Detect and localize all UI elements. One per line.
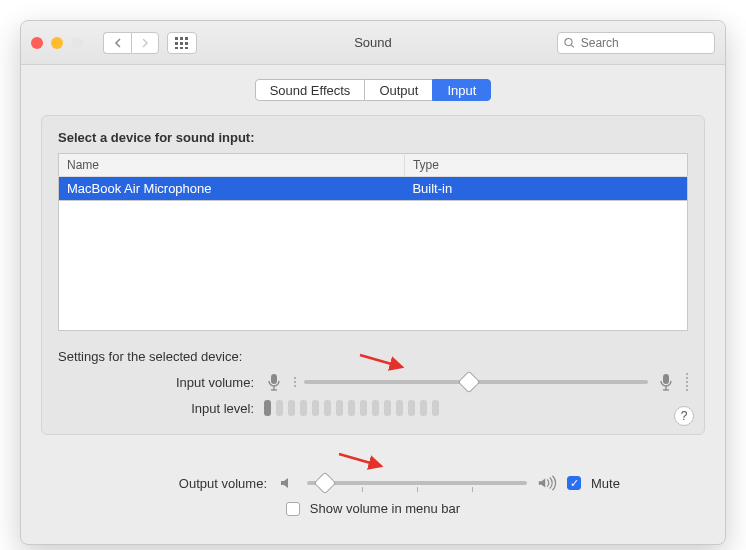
output-volume-slider[interactable]: [307, 481, 527, 485]
svg-line-18: [339, 454, 381, 466]
help-button[interactable]: ?: [674, 406, 694, 426]
mic-high-dots: [686, 373, 688, 391]
svg-rect-3: [175, 42, 178, 45]
svg-point-9: [565, 38, 572, 45]
mic-low-dots: [294, 377, 296, 387]
device-name: MacBook Air Microphone: [59, 177, 405, 201]
input-panel: Select a device for sound input: Name Ty…: [41, 115, 705, 435]
zoom-window-button[interactable]: [71, 37, 83, 49]
show-all-button[interactable]: [167, 32, 197, 54]
device-table-body[interactable]: [58, 201, 688, 331]
mic-low-icon: [264, 372, 284, 392]
svg-rect-1: [180, 37, 183, 40]
input-volume-slider[interactable]: [304, 380, 648, 384]
forward-button[interactable]: [131, 32, 159, 54]
speaker-high-icon: [537, 473, 557, 493]
svg-rect-5: [185, 42, 188, 45]
search-field[interactable]: [557, 32, 715, 54]
svg-rect-8: [185, 47, 188, 49]
svg-rect-2: [185, 37, 188, 40]
show-in-menubar-checkbox[interactable]: [286, 502, 300, 516]
mute-label: Mute: [591, 476, 620, 491]
table-row[interactable]: MacBook Air Microphone Built-in: [59, 177, 688, 201]
minimize-window-button[interactable]: [51, 37, 63, 49]
svg-rect-4: [180, 42, 183, 45]
tabs: Sound Effects Output Input: [41, 79, 705, 101]
show-in-menubar-label: Show volume in menu bar: [310, 501, 460, 516]
body: Sound Effects Output Input Select a devi…: [21, 65, 725, 455]
svg-line-10: [571, 44, 574, 47]
svg-rect-7: [180, 47, 183, 49]
col-name[interactable]: Name: [59, 154, 405, 177]
tab-input[interactable]: Input: [432, 79, 491, 101]
svg-rect-12: [271, 374, 277, 384]
titlebar: Sound: [21, 21, 725, 65]
search-icon: [564, 37, 575, 49]
mute-checkbox[interactable]: ✓: [567, 476, 581, 490]
search-input[interactable]: [579, 35, 708, 51]
output-volume-label: Output volume:: [41, 476, 267, 491]
input-level-label: Input level:: [58, 401, 254, 416]
back-button[interactable]: [103, 32, 131, 54]
device-type: Built-in: [404, 177, 687, 201]
sound-prefpane-window: Sound Sound Effects Output Input Select …: [20, 20, 726, 545]
mic-high-icon: [656, 372, 676, 392]
svg-rect-15: [663, 374, 669, 384]
speaker-low-icon: [277, 473, 297, 493]
close-window-button[interactable]: [31, 37, 43, 49]
traffic-lights: [31, 37, 83, 49]
tab-output[interactable]: Output: [365, 79, 432, 101]
nav-buttons: [103, 32, 159, 54]
device-settings-heading: Settings for the selected device:: [58, 349, 688, 364]
tab-sound-effects[interactable]: Sound Effects: [255, 79, 366, 101]
input-device-table: Name Type MacBook Air Microphone Built-i…: [58, 153, 688, 201]
input-volume-label: Input volume:: [58, 375, 254, 390]
input-level-meter: [264, 400, 688, 416]
footer: Output volume: ✓ Mute Show volume in men…: [21, 455, 725, 544]
svg-rect-6: [175, 47, 178, 49]
svg-rect-0: [175, 37, 178, 40]
input-device-heading: Select a device for sound input:: [58, 130, 688, 145]
col-type[interactable]: Type: [404, 154, 687, 177]
